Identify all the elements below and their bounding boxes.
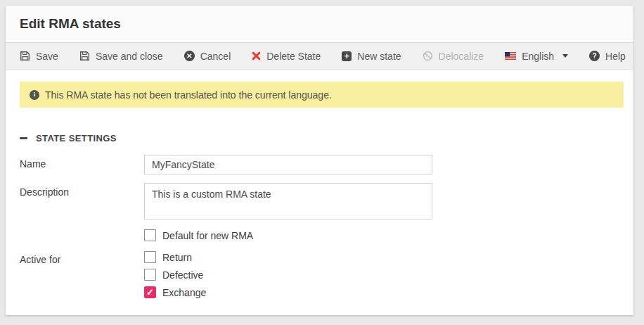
delete-state-button[interactable]: Delete State [252,51,321,62]
active-for-defective-row[interactable]: Defective [144,269,206,281]
active-for-options: Return Defective ✓ Exchange [144,250,206,298]
cancel-button[interactable]: ✕ Cancel [184,51,231,62]
edit-rma-panel: Edit RMA states Save Save and close ✕ Ca… [6,6,633,315]
panel-title-bar: Edit RMA states [6,6,633,43]
save-label: Save [36,51,58,62]
panel-content: i This RMA state has not been translated… [6,82,633,298]
delete-state-label: Delete State [266,51,321,62]
us-flag-icon [505,52,516,60]
name-label: Name [20,155,144,170]
delocalize-label: Delocalize [439,51,484,62]
exchange-checkbox[interactable]: ✓ [144,286,156,298]
square-plus-icon: + [342,51,352,61]
default-for-new-rma-checkbox-row[interactable]: Default for new RMA [144,229,619,241]
help-label: Help [605,51,626,62]
state-settings-section-header[interactable]: STATE SETTINGS [20,133,619,144]
collapse-icon [20,137,27,139]
help-button[interactable]: ? Help [589,51,626,62]
name-input[interactable] [144,155,432,174]
active-for-row: Active for Return Defective ✓ Exchange [20,250,619,298]
active-for-label: Active for [20,250,144,265]
default-for-new-rma-checkbox[interactable] [144,229,156,241]
defective-checkbox[interactable] [144,269,156,281]
default-for-new-rma-label: Default for new RMA [162,230,253,241]
toolbar: Save Save and close ✕ Cancel Delete Stat… [6,43,633,70]
save-and-close-button[interactable]: Save and close [79,51,163,62]
active-for-exchange-row[interactable]: ✓ Exchange [144,286,206,298]
chevron-down-icon [562,54,568,58]
check-icon: ✓ [146,288,154,297]
name-row: Name [20,155,619,174]
translation-warning-banner: i This RMA state has not been translated… [20,82,624,108]
circle-x-icon: ✕ [184,51,195,61]
active-for-return-row[interactable]: Return [144,251,206,263]
delocalize-button: Delocalize [423,51,484,62]
language-dropdown[interactable]: English [505,51,568,62]
new-state-label: New state [357,51,401,62]
return-label: Return [162,252,192,263]
description-row: Description This is a custom RMA state [20,183,619,219]
description-label: Description [20,183,144,198]
save-and-close-label: Save and close [96,51,163,62]
floppy-icon [20,51,30,61]
description-input[interactable]: This is a custom RMA state [144,183,432,219]
banner-text: This RMA state has not been translated i… [45,89,332,101]
floppy-icon [79,51,90,61]
language-label: English [522,51,554,62]
return-checkbox[interactable] [144,251,156,263]
new-state-button[interactable]: + New state [342,51,401,62]
cancel-label: Cancel [200,51,231,62]
page-title: Edit RMA states [20,16,121,32]
info-icon: i [30,90,39,100]
circle-slash-icon [423,51,433,61]
save-button[interactable]: Save [20,51,58,62]
defective-label: Defective [162,269,203,281]
red-x-icon [252,51,261,60]
circle-question-icon: ? [589,51,600,61]
section-title: STATE SETTINGS [36,133,117,144]
exchange-label: Exchange [162,287,206,298]
